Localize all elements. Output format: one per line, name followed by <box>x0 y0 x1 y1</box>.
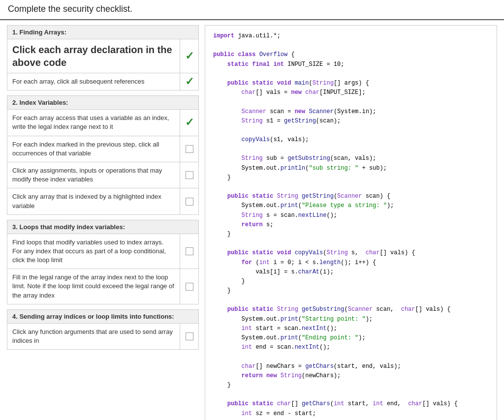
checklist-row-loop-limit: Find loops that modify variables used to… <box>7 234 198 270</box>
code-panel: import java.util.*; public class Overflo… <box>205 25 497 420</box>
checkbox-icon <box>186 145 193 153</box>
checklist-row-array-declaration: Click each array declaration in the abov… <box>7 39 198 73</box>
row-4-1-text: Click any function arguments that are us… <box>7 324 180 349</box>
checkmark-icon: ✓ <box>185 50 194 62</box>
section-2-header: 2. Index Variables: <box>7 96 198 110</box>
section-finding-arrays: 1. Finding Arrays: Click each array decl… <box>7 25 199 90</box>
header-title: Complete the security checklist. <box>8 4 132 14</box>
row-2-4-text: Click any array that is indexed by a hig… <box>7 188 180 214</box>
checklist-row-legal-range: For each array access that uses a variab… <box>7 110 198 136</box>
row-1-1-text: Click each array declaration in the abov… <box>7 39 180 73</box>
row-2-1-text: For each array access that uses a variab… <box>7 110 180 135</box>
section-sending-indices: 4. Sending array indices or loop limits … <box>7 309 199 350</box>
checklist-row-loop-range: Fill in the legal range of the array ind… <box>7 269 198 304</box>
checkmark-icon: ✓ <box>185 75 194 88</box>
row-3-1-check[interactable] <box>180 234 198 269</box>
row-3-2-text: Fill in the legal range of the array ind… <box>7 269 180 304</box>
section-1-header: 1. Finding Arrays: <box>7 26 198 39</box>
row-1-1-check[interactable]: ✓ <box>180 39 198 73</box>
code-block: import java.util.*; public class Overflo… <box>213 31 489 420</box>
checkbox-icon <box>186 247 193 255</box>
row-1-2-check[interactable]: ✓ <box>180 73 198 90</box>
checkbox-icon <box>186 171 193 179</box>
row-2-4-check[interactable] <box>180 188 198 214</box>
row-2-2-check[interactable] <box>180 136 198 162</box>
row-2-1-check[interactable]: ✓ <box>180 110 198 135</box>
checklist-row-indexed-by: Click any array that is indexed by a hig… <box>7 188 198 214</box>
row-2-3-text: Click any assignments, inputs or operati… <box>7 162 180 188</box>
checklist-row-modify-index: Click any assignments, inputs or operati… <box>7 162 198 188</box>
row-2-3-check[interactable] <box>180 162 198 188</box>
checklist-row-occurrences: For each index marked in the previous st… <box>7 136 198 162</box>
checklist-row-array-references: For each array, click all subsequent ref… <box>7 73 198 90</box>
row-4-1-check[interactable] <box>180 324 198 349</box>
checkbox-icon <box>186 283 193 291</box>
checkbox-icon <box>186 332 193 340</box>
section-loops: 3. Loops that modify index variables: Fi… <box>7 220 199 304</box>
row-3-1-text: Find loops that modify variables used to… <box>7 234 180 269</box>
row-1-2-text: For each array, click all subsequent ref… <box>7 73 180 90</box>
page-header: Complete the security checklist. <box>0 0 504 20</box>
checkbox-icon <box>186 198 193 206</box>
row-2-2-text: For each index marked in the previous st… <box>7 136 180 162</box>
section-4-header: 4. Sending array indices or loop limits … <box>7 310 198 324</box>
section-index-variables: 2. Index Variables: For each array acces… <box>7 95 199 215</box>
row-3-2-check[interactable] <box>180 269 198 304</box>
checklist-row-function-args: Click any function arguments that are us… <box>7 324 198 349</box>
checkmark-icon: ✓ <box>185 116 194 129</box>
checklist-panel: 1. Finding Arrays: Click each array decl… <box>7 25 199 420</box>
section-3-header: 3. Loops that modify index variables: <box>7 220 198 234</box>
